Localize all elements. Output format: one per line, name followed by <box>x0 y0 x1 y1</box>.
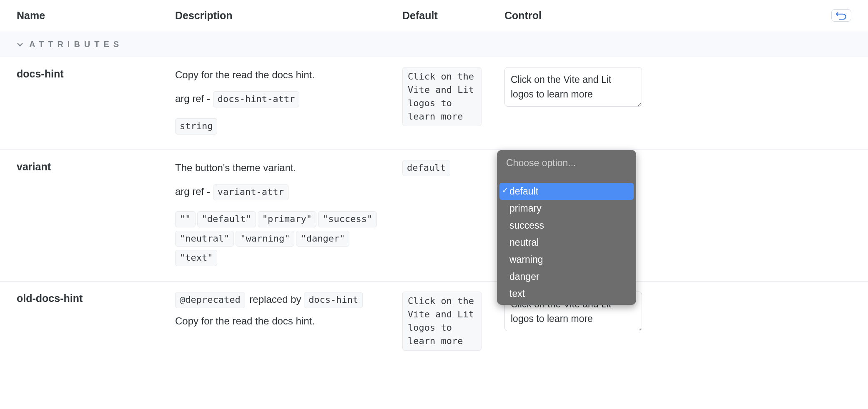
arg-ref-line: arg ref - docs-hint-attr <box>175 91 394 111</box>
arg-description-text: Copy for the read the docs hint. <box>175 313 394 329</box>
arg-description-text: The button's theme variant. <box>175 160 394 175</box>
arg-default-value: Click on the Vite and Lit logos to learn… <box>402 67 482 126</box>
docs-hint-textarea[interactable] <box>504 67 642 107</box>
arg-option-tag: "neutral" <box>175 231 234 247</box>
column-header-description: Description <box>175 10 402 22</box>
dropdown-spacer <box>499 172 634 183</box>
arg-type-tags: string <box>175 118 394 138</box>
dropdown-option-default[interactable]: default <box>499 183 634 200</box>
arg-option-tag: "success" <box>318 211 377 227</box>
arg-option-tag: "danger" <box>296 231 349 247</box>
arg-name: old-docs-hint <box>17 292 175 304</box>
arg-type-tag: string <box>175 118 217 135</box>
chevron-down-icon <box>17 41 23 48</box>
arg-control <box>504 67 851 109</box>
arg-description: @deprecated replaced by docs-hint Copy f… <box>175 292 402 337</box>
arg-option-tag: "warning" <box>236 231 294 247</box>
arg-name: variant <box>17 160 175 173</box>
column-header-name: Name <box>17 10 175 22</box>
arg-default-value: default <box>402 160 450 176</box>
arg-name: docs-hint <box>17 67 175 80</box>
table-row: docs-hint Copy for the read the docs hin… <box>0 57 868 150</box>
dropdown-option-neutral[interactable]: neutral <box>499 234 634 251</box>
arg-ref-code: variant-attr <box>213 184 288 200</box>
arg-default: default <box>402 160 504 180</box>
deprecated-tag: @deprecated <box>175 292 245 308</box>
arg-default: Click on the Vite and Lit logos to learn… <box>402 67 504 126</box>
column-header-default: Default <box>402 10 504 22</box>
arg-option-tag: "primary" <box>258 211 316 227</box>
replaced-by-ref: docs-hint <box>304 292 363 308</box>
arg-ref-code: docs-hint-attr <box>213 91 299 107</box>
arg-ref-prefix: arg ref - <box>175 186 213 197</box>
dropdown-option-success[interactable]: success <box>499 217 634 234</box>
table-row: old-docs-hint @deprecated replaced by do… <box>0 282 868 362</box>
arg-option-tag: "" <box>175 211 196 227</box>
dropdown-option-danger[interactable]: danger <box>499 268 634 285</box>
undo-icon <box>836 11 847 20</box>
section-header-attributes[interactable]: ATTRIBUTES <box>0 32 868 57</box>
arg-option-tag: "default" <box>197 211 256 227</box>
column-header-control: Control <box>504 9 851 22</box>
reset-controls-button[interactable] <box>831 9 851 22</box>
args-table: Name Description Default Control ATTRIBU… <box>0 0 868 362</box>
dropdown-option-text[interactable]: text <box>499 285 634 302</box>
arg-description: The button's theme variant. arg ref - va… <box>175 160 402 269</box>
dropdown-option-primary[interactable]: primary <box>499 200 634 217</box>
dropdown-placeholder: Choose option... <box>499 152 634 172</box>
arg-description-text: Copy for the read the docs hint. <box>175 67 394 82</box>
arg-ref-line: arg ref - variant-attr <box>175 184 394 204</box>
arg-type-tags: "" "default" "primary" "success" "neutra… <box>175 211 394 269</box>
arg-option-tag: "text" <box>175 250 217 266</box>
section-title: ATTRIBUTES <box>29 40 123 49</box>
variant-select-dropdown: Choose option... default primary success… <box>497 150 636 305</box>
arg-default-value: Click on the Vite and Lit logos to learn… <box>402 292 482 351</box>
dropdown-option-warning[interactable]: warning <box>499 251 634 268</box>
table-header-row: Name Description Default Control <box>0 0 868 32</box>
arg-default: Click on the Vite and Lit logos to learn… <box>402 292 504 351</box>
arg-description: Copy for the read the docs hint. arg ref… <box>175 67 402 138</box>
replaced-by-text: replaced by <box>247 294 304 305</box>
arg-ref-prefix: arg ref - <box>175 93 213 104</box>
deprecated-line: @deprecated replaced by docs-hint <box>175 292 394 312</box>
column-header-control-label: Control <box>504 10 542 22</box>
table-row: variant The button's theme variant. arg … <box>0 150 868 282</box>
